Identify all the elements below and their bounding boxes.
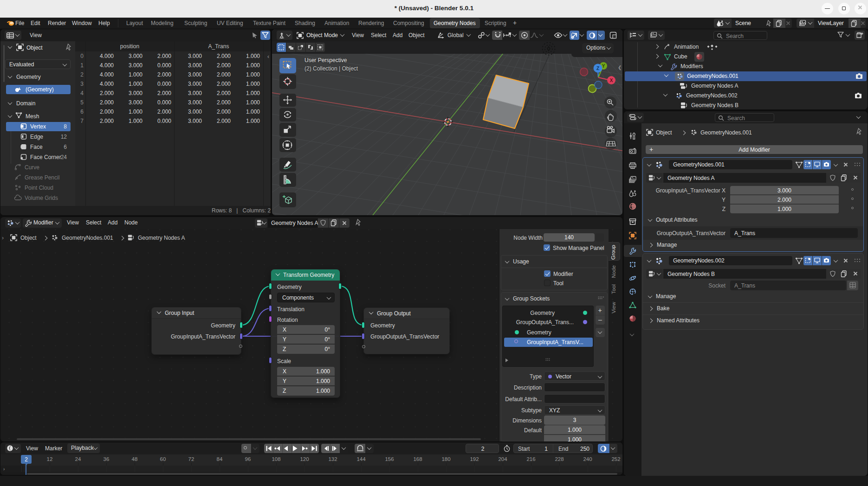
svg-text:Y: Y: [602, 64, 605, 69]
svg-text:❮: ❮: [618, 65, 622, 70]
svg-text:X: X: [610, 78, 613, 83]
svg-text:Z: Z: [596, 66, 599, 71]
